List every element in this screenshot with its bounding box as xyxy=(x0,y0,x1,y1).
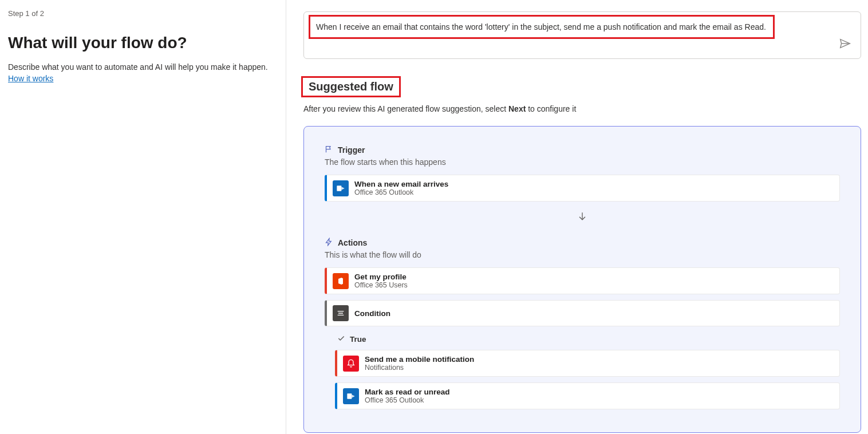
trigger-section-header: Trigger xyxy=(325,145,840,155)
action-send-notification[interactable]: Send me a mobile notification Notificati… xyxy=(335,350,840,377)
trigger-card-title: When a new email arrives xyxy=(354,180,448,188)
left-panel: Step 1 of 2 What will your flow do? Desc… xyxy=(0,0,286,434)
trigger-section-sub: The flow starts when this happens xyxy=(325,157,840,167)
flow-container: Trigger The flow starts when this happen… xyxy=(303,126,861,433)
bolt-icon xyxy=(325,238,333,248)
markread-title: Mark as read or unread xyxy=(365,388,450,396)
outlook-icon xyxy=(343,388,359,404)
action1-title: Get my profile xyxy=(354,273,408,281)
step-indicator: Step 1 of 2 xyxy=(8,9,274,18)
page-description: Describe what you want to automate and A… xyxy=(8,62,274,72)
page-title: What will your flow do? xyxy=(8,34,274,52)
svg-rect-1 xyxy=(347,393,352,399)
bell-icon xyxy=(343,356,359,372)
outlook-icon xyxy=(333,180,349,196)
suggested-subtext: After you review this AI generated flow … xyxy=(303,104,861,113)
condition-icon xyxy=(333,305,349,321)
actions-section-sub: This is what the flow will do xyxy=(325,250,840,259)
true-branch: True Send me a mobile notification Notif… xyxy=(335,334,840,409)
notif-title: Send me a mobile notification xyxy=(365,355,474,364)
suggested-heading: Suggested flow xyxy=(309,80,393,93)
prompt-input-box[interactable]: When I receive an email that contains th… xyxy=(303,11,861,59)
trigger-card[interactable]: When a new email arrives Office 365 Outl… xyxy=(325,175,840,202)
arrow-down-icon xyxy=(325,211,840,224)
true-label: True xyxy=(337,334,840,344)
right-panel: When I receive an email that contains th… xyxy=(286,0,868,434)
prompt-text[interactable]: When I receive an email that contains th… xyxy=(309,15,775,39)
action-mark-read[interactable]: Mark as read or unread Office 365 Outloo… xyxy=(335,382,840,409)
how-it-works-link[interactable]: How it works xyxy=(8,74,53,83)
notif-sub: Notifications xyxy=(365,364,474,372)
trigger-card-sub: Office 365 Outlook xyxy=(354,188,448,196)
condition-title: Condition xyxy=(354,309,390,318)
svg-rect-0 xyxy=(337,186,341,191)
condition-card[interactable]: Condition xyxy=(325,300,840,326)
action1-sub: Office 365 Users xyxy=(354,281,408,289)
markread-sub: Office 365 Outlook xyxy=(365,396,450,404)
suggested-heading-highlight: Suggested flow xyxy=(301,76,401,97)
flag-icon xyxy=(325,145,333,155)
check-icon xyxy=(337,334,345,344)
actions-section-header: Actions xyxy=(325,238,840,248)
send-icon[interactable] xyxy=(839,37,851,52)
action-get-profile[interactable]: Get my profile Office 365 Users xyxy=(325,267,840,294)
office-icon xyxy=(333,273,349,289)
